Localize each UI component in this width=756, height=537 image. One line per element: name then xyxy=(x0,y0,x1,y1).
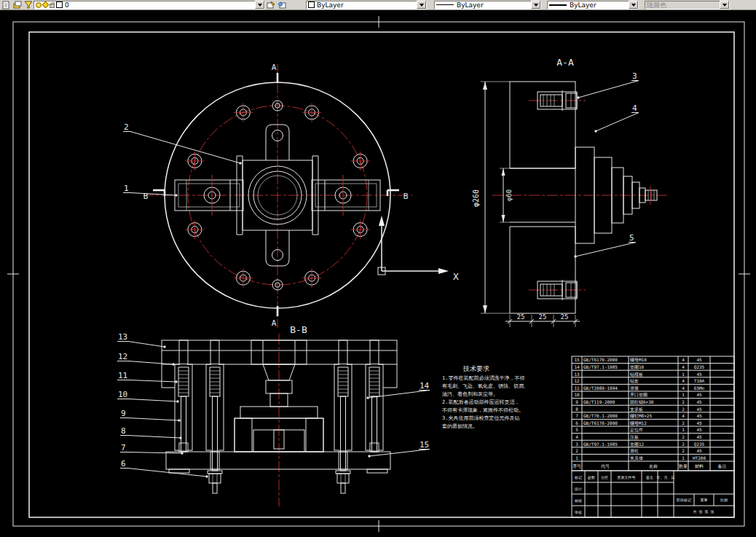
bom-cell: 7 xyxy=(575,413,578,418)
color-combo-arrow[interactable] xyxy=(417,1,426,9)
bom-cell: GB/T70.1-2000 xyxy=(583,413,618,418)
layer-previous-icon[interactable] xyxy=(276,1,287,9)
dim-d260-label: φ260 xyxy=(472,189,480,207)
layer-thaw-sun-icon[interactable] xyxy=(42,1,50,9)
layer-on-bulb-icon[interactable] xyxy=(36,2,42,8)
ucs-icon: X xyxy=(378,216,459,282)
bom-cell: 11 xyxy=(574,385,580,391)
bom-cell: 4 xyxy=(682,378,685,383)
title-block-label: 更改文件号 xyxy=(618,475,636,479)
bom-cell: 5 xyxy=(575,427,578,432)
plot-style-value: 随颜色 xyxy=(647,1,720,9)
callout-label: 1 xyxy=(124,184,129,193)
dim-d60-label: φ60 xyxy=(505,189,513,201)
color-swatch xyxy=(308,1,315,8)
bom-cell: 2 xyxy=(682,448,685,453)
bom-cell: Q235 xyxy=(694,442,705,447)
bom-cell: 2 xyxy=(682,399,685,404)
bom-cell: 2 xyxy=(682,434,685,439)
title-block-label: 校核 xyxy=(574,498,582,503)
bom-cell: T10A xyxy=(694,378,705,383)
bom-cell: 45 xyxy=(696,420,702,426)
bom-cell: 9 xyxy=(575,399,578,404)
bom-cell: 10 xyxy=(574,392,580,397)
title-block-label: 签名 xyxy=(646,475,653,480)
drawing-viewport[interactable]: .w{stroke:#e8e8e8;fill:none;stroke-width… xyxy=(0,10,756,537)
dim-25-label: 25 xyxy=(517,313,525,321)
bom-header: 代号 xyxy=(600,463,610,469)
lineweight-combo[interactable]: ByLayer xyxy=(547,1,639,9)
bom-header: 序号 xyxy=(572,463,581,469)
bom-cell: 45 xyxy=(696,448,702,453)
linetype-combo[interactable]: ByLayer xyxy=(434,1,541,9)
linetype-combo-arrow[interactable] xyxy=(531,1,540,9)
bom-cell: 1 xyxy=(682,392,685,397)
bom-cell: 螺钉M8×25 xyxy=(630,413,652,418)
bom-cell: 8 xyxy=(575,407,578,412)
bom-header: 名称 xyxy=(649,463,658,469)
title-block-label: 审核 xyxy=(575,510,582,514)
title-block-label: 分区 xyxy=(601,475,608,479)
callout-label: 11 xyxy=(118,371,127,380)
chevron-down-icon xyxy=(258,4,262,7)
chevron-down-icon xyxy=(420,4,424,7)
bom-cell: 4 xyxy=(682,385,685,391)
callout-label: 6 xyxy=(121,459,126,469)
bom-cell: 弹簧 xyxy=(630,385,639,391)
bom-cell: 6 xyxy=(575,420,578,426)
layer-lock-icon[interactable] xyxy=(50,4,55,8)
bom-cell: GB/T119-2000 xyxy=(583,399,615,404)
chevron-down-icon xyxy=(631,4,636,7)
layers-properties-toolbar: 0 ByLayer ByLayer ByLayer 随颜色 xyxy=(0,0,756,10)
bom-cell: 2 xyxy=(682,420,685,426)
bom-cell: 65Mn xyxy=(694,385,705,391)
bom-cell: 45 xyxy=(696,407,702,412)
note-line: 套的磨损情况。 xyxy=(442,423,478,429)
make-object-layer-current-icon[interactable] xyxy=(265,1,276,9)
bom-cell: 螺母M12 xyxy=(630,420,647,426)
notes-title: 技术要求 xyxy=(462,365,489,372)
lineweight-sample-icon xyxy=(549,4,567,6)
bom-cell: 14 xyxy=(574,364,580,369)
title-block-label: 比例 xyxy=(720,498,728,503)
layer-combo-arrow[interactable] xyxy=(255,1,264,9)
lineweight-combo-arrow[interactable] xyxy=(629,1,638,9)
layers-stack-icon[interactable] xyxy=(12,1,23,9)
callout-label: 4 xyxy=(632,103,637,113)
front-view: A A B B xyxy=(143,63,412,328)
section-aa-title: A-A xyxy=(556,57,574,68)
bom-cell: 定位件 xyxy=(630,427,643,433)
bom-cell: Q235 xyxy=(694,364,705,369)
title-block-label: 年、月、日 xyxy=(657,475,675,480)
layer-combo[interactable]: 0 xyxy=(34,1,265,9)
bom-cell: 2 xyxy=(575,448,578,453)
model-space-canvas[interactable]: .w{stroke:#e8e8e8;fill:none;stroke-width… xyxy=(0,10,756,537)
bom-cell: 垫圈10 xyxy=(630,364,645,370)
bom-cell: 45 xyxy=(696,434,702,439)
section-bb-title: B-B xyxy=(290,324,307,335)
document-icon[interactable] xyxy=(1,1,12,9)
callout-label: 7 xyxy=(121,443,126,452)
layer-name-value: 0 xyxy=(65,1,255,9)
parts-list-table: 15GB/T6170-2000螺母M1044514GB/T97.1-1985垫圈… xyxy=(572,356,734,471)
callout-label: 14 xyxy=(420,381,430,391)
layer-color-swatch[interactable] xyxy=(56,1,63,8)
layer-filter-icon[interactable] xyxy=(23,1,34,9)
bom-cell: 45 xyxy=(696,399,702,404)
cad-application-window: 0 ByLayer ByLayer ByLayer 随颜色 xyxy=(0,0,756,537)
callout-label: 10 xyxy=(118,390,127,399)
bom-header: 备注 xyxy=(718,463,727,469)
bom-cell: 钻模板 xyxy=(629,372,643,377)
note-line: 油污、着色剂和灰尘等。 xyxy=(442,391,498,397)
callout-label: 8 xyxy=(121,426,126,436)
note-line: 有毛刺、飞边、氧化皮、锈蚀、切屑、 xyxy=(442,383,529,389)
callout-label: 13 xyxy=(118,332,127,342)
bom-cell: 1 xyxy=(682,427,685,432)
color-combo[interactable]: ByLayer xyxy=(306,1,427,9)
note-line: 不得有卡滞现象，紧固件不得松动。 xyxy=(442,407,524,413)
lineweight-value: ByLayer xyxy=(570,1,629,9)
bom-cell: 1 xyxy=(682,455,685,460)
bom-cell: 垫圈12 xyxy=(630,442,645,447)
plot-style-combo: 随颜色 xyxy=(645,1,730,9)
callout-label: 9 xyxy=(121,409,126,418)
